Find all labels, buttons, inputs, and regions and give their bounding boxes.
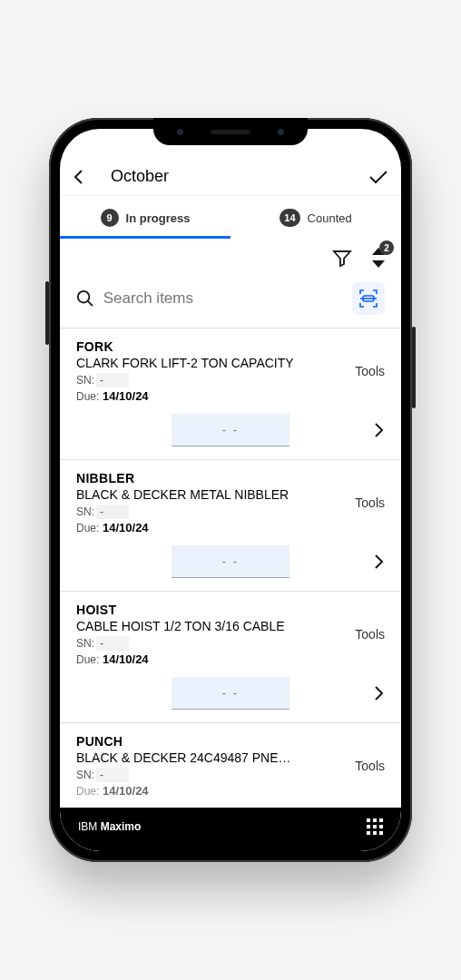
item-detail-button[interactable]: [374, 685, 385, 701]
item-due: Due: 14/10/24: [76, 521, 355, 534]
quantity-input[interactable]: - -: [172, 545, 289, 578]
brand-label: IBM Maximo: [78, 820, 141, 833]
item-due: Due: 14/10/24: [76, 389, 355, 403]
filter-button[interactable]: [332, 248, 352, 268]
item-code: HOIST: [76, 603, 355, 617]
svg-point-2: [78, 291, 90, 303]
item-description: CLARK FORK LIFT-2 TON CAPACITY: [76, 356, 294, 370]
item-serial: SN:-: [76, 374, 355, 387]
page-header: October: [60, 160, 401, 196]
item-detail-button[interactable]: [374, 554, 385, 570]
item-code: PUNCH: [76, 734, 355, 749]
tab-label: Counted: [308, 211, 352, 225]
svg-marker-1: [372, 260, 385, 268]
tab-counted[interactable]: 14 Counted: [230, 196, 401, 239]
item-serial: SN:-: [76, 637, 355, 650]
checkmark-icon: [368, 169, 388, 185]
counted-count-badge: 14: [280, 209, 299, 227]
search-row: [60, 273, 401, 328]
confirm-button[interactable]: [365, 169, 388, 185]
item-due: Due: 14/10/24: [76, 652, 355, 666]
phone-frame: October 9 In progress 14 Counted 2: [49, 118, 412, 862]
item-description: BLACK & DECKER METAL NIBBLER: [76, 487, 294, 502]
tabs: 9 In progress 14 Counted: [60, 196, 401, 239]
tab-in-progress[interactable]: 9 In progress: [60, 196, 230, 239]
quantity-input[interactable]: - -: [172, 414, 289, 446]
in-progress-count-badge: 9: [101, 209, 119, 227]
page-title: October: [111, 167, 365, 186]
item-serial: SN:-: [76, 769, 355, 781]
svg-line-3: [88, 301, 93, 306]
app-screen: October 9 In progress 14 Counted 2: [60, 129, 401, 851]
back-button[interactable]: [73, 169, 96, 185]
list-toolbar: 2: [60, 239, 401, 273]
item-category: Tools: [355, 495, 385, 510]
sort-button[interactable]: 2: [372, 248, 385, 268]
chevron-right-icon: [374, 554, 385, 570]
item-code: FORK: [76, 339, 355, 354]
app-switcher-button[interactable]: [367, 818, 383, 835]
item-category: Tools: [355, 627, 385, 642]
item-detail-button[interactable]: [374, 422, 385, 438]
phone-notch: [153, 118, 308, 145]
item-category: Tools: [355, 759, 385, 773]
filter-icon: [332, 248, 352, 268]
search-input[interactable]: [103, 289, 341, 308]
list-item[interactable]: NIBBLER BLACK & DECKER METAL NIBBLER SN:…: [60, 460, 401, 592]
list-item[interactable]: FORK CLARK FORK LIFT-2 TON CAPACITY SN:-…: [60, 328, 401, 460]
search-box[interactable]: [76, 289, 341, 309]
item-code: NIBBLER: [76, 471, 355, 485]
list-item[interactable]: PUNCH BLACK & DECKER 24C49487 PNEU. PU..…: [60, 723, 401, 808]
chevron-left-icon: [73, 169, 85, 185]
item-due: Due: 14/10/24: [76, 784, 355, 798]
list-item[interactable]: HOIST CABLE HOIST 1/2 TON 3/16 CABLE SN:…: [60, 592, 401, 723]
quantity-input[interactable]: - -: [172, 677, 289, 710]
item-description: BLACK & DECKER 24C49487 PNEU. PU...: [76, 750, 294, 765]
search-icon: [76, 289, 94, 309]
item-description: CABLE HOIST 1/2 TON 3/16 CABLE: [76, 619, 294, 633]
item-serial: SN:-: [76, 505, 355, 518]
tab-label: In progress: [126, 211, 191, 225]
app-footer: IBM Maximo: [60, 808, 401, 851]
scan-button[interactable]: [352, 282, 385, 315]
sort-count-badge: 2: [379, 240, 394, 255]
sort-down-icon: [372, 260, 385, 268]
chevron-right-icon: [374, 685, 385, 701]
chevron-right-icon: [374, 422, 385, 438]
barcode-scan-icon: [358, 289, 378, 308]
item-category: Tools: [355, 364, 385, 378]
item-list: FORK CLARK FORK LIFT-2 TON CAPACITY SN:-…: [60, 328, 401, 808]
